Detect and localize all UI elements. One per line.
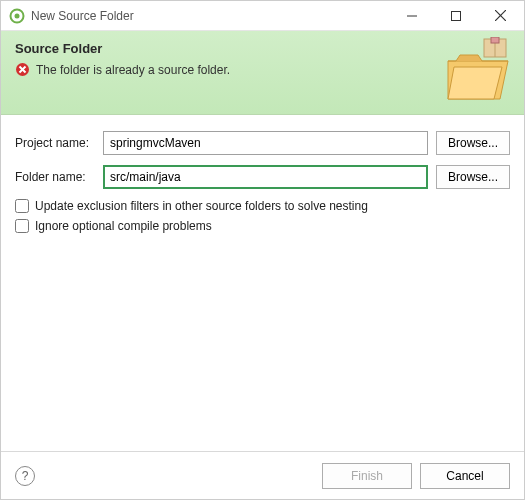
browse-folder-button[interactable]: Browse... <box>436 165 510 189</box>
svg-rect-3 <box>452 11 461 20</box>
minimize-button[interactable] <box>390 2 434 30</box>
browse-project-button[interactable]: Browse... <box>436 131 510 155</box>
window-controls <box>390 2 522 30</box>
close-button[interactable] <box>478 2 522 30</box>
error-icon <box>15 62 30 77</box>
dialog-footer: ? Finish Cancel <box>1 451 524 499</box>
update-exclusion-label: Update exclusion filters in other source… <box>35 199 368 213</box>
check-ignore-compile: Ignore optional compile problems <box>15 219 510 233</box>
project-row: Project name: Browse... <box>15 131 510 155</box>
folder-label: Folder name: <box>15 170 103 184</box>
maximize-button[interactable] <box>434 2 478 30</box>
folder-row: Folder name: Browse... <box>15 165 510 189</box>
project-input[interactable] <box>103 131 428 155</box>
form-area: Project name: Browse... Folder name: Bro… <box>1 115 524 255</box>
cancel-button[interactable]: Cancel <box>420 463 510 489</box>
project-label: Project name: <box>15 136 103 150</box>
status-message: The folder is already a source folder. <box>36 63 230 77</box>
check-update-exclusion: Update exclusion filters in other source… <box>15 199 510 213</box>
folder-input[interactable] <box>103 165 428 189</box>
svg-point-1 <box>15 13 20 18</box>
status-row: The folder is already a source folder. <box>15 62 510 77</box>
window-title: New Source Folder <box>31 9 390 23</box>
ignore-compile-checkbox[interactable] <box>15 219 29 233</box>
dialog-header: Source Folder The folder is already a so… <box>1 31 524 115</box>
ignore-compile-label: Ignore optional compile problems <box>35 219 212 233</box>
eclipse-icon <box>9 8 25 24</box>
finish-button[interactable]: Finish <box>322 463 412 489</box>
titlebar: New Source Folder <box>1 1 524 31</box>
folder-icon <box>442 37 514 111</box>
page-title: Source Folder <box>15 41 510 56</box>
update-exclusion-checkbox[interactable] <box>15 199 29 213</box>
help-icon[interactable]: ? <box>15 466 35 486</box>
svg-rect-11 <box>491 37 499 43</box>
